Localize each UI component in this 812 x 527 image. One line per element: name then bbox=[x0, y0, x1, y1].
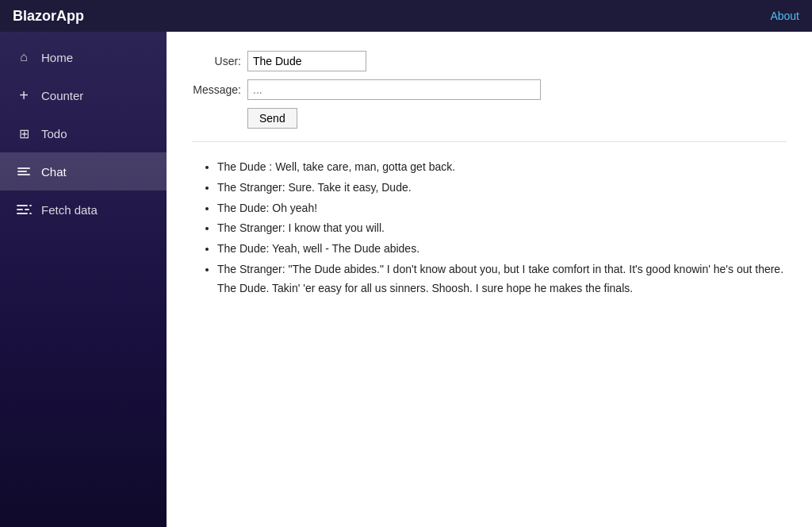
sidebar-label-counter: Counter bbox=[41, 89, 83, 102]
sidebar-label-home: Home bbox=[41, 51, 73, 64]
fetchdata-icon bbox=[16, 202, 32, 217]
chat-message-item: The Stranger: "The Dude abides." I don't… bbox=[217, 260, 787, 298]
message-label: Message: bbox=[192, 83, 247, 96]
send-button[interactable]: Send bbox=[247, 108, 297, 129]
message-input[interactable] bbox=[247, 79, 541, 100]
content-area: User: Message: Send The Dude : Well, tak… bbox=[167, 32, 812, 527]
main-layout: Home Counter Todo Chat bbox=[0, 32, 812, 527]
chat-icon bbox=[16, 163, 32, 179]
home-icon bbox=[16, 49, 32, 65]
message-row: Message: bbox=[192, 79, 787, 100]
chat-messages: The Dude : Well, take care, man, gotta g… bbox=[192, 158, 787, 298]
chat-message-item: The Stranger: I know that you will. bbox=[217, 219, 787, 238]
sidebar-item-home[interactable]: Home bbox=[0, 38, 167, 76]
sidebar-label-chat: Chat bbox=[41, 165, 67, 179]
user-row: User: bbox=[192, 51, 787, 71]
chat-message-item: The Stranger: Sure. Take it easy, Dude. bbox=[217, 179, 787, 198]
brand-title: BlazorApp bbox=[13, 8, 84, 25]
sidebar-item-counter[interactable]: Counter bbox=[0, 76, 167, 114]
sidebar-item-fetchdata[interactable]: Fetch data bbox=[0, 190, 167, 229]
user-input[interactable] bbox=[247, 51, 366, 71]
chat-message-item: The Dude: Yeah, well - The Dude abides. bbox=[217, 240, 787, 259]
sidebar-item-todo[interactable]: Todo bbox=[0, 114, 167, 152]
chat-message-item: The Dude : Well, take care, man, gotta g… bbox=[217, 158, 787, 177]
sidebar-label-todo: Todo bbox=[41, 127, 67, 140]
sidebar: Home Counter Todo Chat bbox=[0, 32, 167, 527]
sidebar-item-chat[interactable]: Chat bbox=[0, 152, 167, 190]
divider bbox=[192, 141, 787, 142]
sidebar-label-fetchdata: Fetch data bbox=[41, 203, 98, 217]
plus-icon bbox=[16, 87, 32, 103]
grid-icon bbox=[16, 125, 32, 141]
topbar: BlazorApp About bbox=[0, 0, 812, 32]
chat-message-item: The Dude: Oh yeah! bbox=[217, 199, 787, 218]
user-label: User: bbox=[192, 55, 247, 67]
about-link[interactable]: About bbox=[770, 10, 799, 22]
